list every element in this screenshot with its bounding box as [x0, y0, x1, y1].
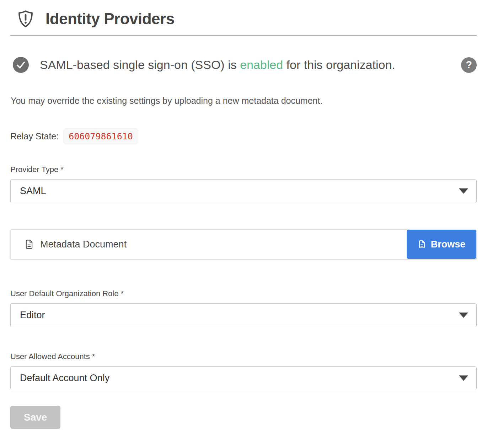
chevron-down-icon — [459, 313, 468, 318]
metadata-document-upload[interactable]: Metadata Document Browse — [10, 229, 477, 259]
status-text-before: SAML-based single sign-on (SSO) is — [40, 58, 240, 71]
shield-alert-icon — [17, 9, 34, 29]
check-circle-icon — [13, 57, 29, 73]
user-default-org-role-label-text: User Default Organization Role — [10, 289, 118, 298]
sso-status-text: SAML-based single sign-on (SSO) is enabl… — [40, 58, 395, 72]
status-enabled-text: enabled — [240, 58, 283, 71]
user-default-org-role-select[interactable]: Editor — [10, 303, 477, 327]
save-button[interactable]: Save — [10, 406, 60, 429]
user-allowed-accounts-label-text: User Allowed Accounts — [10, 352, 90, 361]
provider-type-label-text: Provider Type — [10, 165, 58, 174]
document-icon — [418, 239, 426, 250]
required-marker: * — [60, 165, 64, 174]
required-marker: * — [92, 352, 95, 361]
user-allowed-accounts-value: Default Account Only — [20, 373, 109, 384]
relay-state-label: Relay State: — [10, 131, 59, 142]
chevron-down-icon — [459, 375, 468, 381]
user-default-org-role-group: User Default Organization Role* Editor — [10, 289, 477, 327]
relay-state-row: Relay State: 606079861610 — [10, 128, 477, 144]
browse-button-label: Browse — [431, 239, 466, 250]
document-icon — [24, 238, 34, 250]
identity-providers-page: Identity Providers SAML-based single sig… — [0, 0, 487, 429]
provider-type-select[interactable]: SAML — [10, 179, 477, 203]
provider-type-label: Provider Type* — [10, 165, 477, 174]
required-marker: * — [121, 289, 124, 298]
status-text-after: for this organization. — [283, 58, 395, 71]
provider-type-group: Provider Type* SAML — [10, 165, 477, 203]
page-title: Identity Providers — [46, 10, 175, 28]
header-divider — [10, 35, 477, 36]
override-description: You may override the existing settings b… — [11, 96, 477, 106]
browse-button[interactable]: Browse — [407, 230, 476, 259]
metadata-document-label: Metadata Document — [40, 239, 127, 250]
relay-state-value: 606079861610 — [63, 128, 138, 144]
page-header: Identity Providers — [10, 0, 477, 29]
sso-status-banner: SAML-based single sign-on (SSO) is enabl… — [10, 57, 477, 73]
user-default-org-role-value: Editor — [20, 310, 45, 321]
chevron-down-icon — [459, 188, 468, 194]
user-allowed-accounts-select[interactable]: Default Account Only — [10, 366, 477, 390]
help-icon[interactable]: ? — [461, 57, 477, 73]
user-allowed-accounts-group: User Allowed Accounts* Default Account O… — [10, 352, 477, 390]
provider-type-value: SAML — [20, 186, 46, 197]
user-default-org-role-label: User Default Organization Role* — [10, 289, 477, 298]
user-allowed-accounts-label: User Allowed Accounts* — [10, 352, 477, 361]
